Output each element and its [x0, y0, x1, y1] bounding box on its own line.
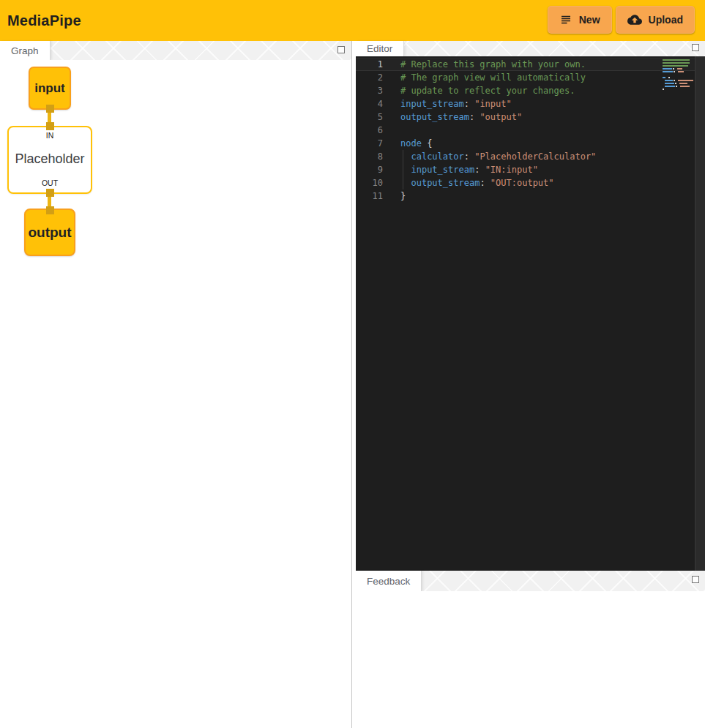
code-line[interactable]: 11} — [356, 189, 695, 203]
code-line[interactable]: 5output_stream: "output" — [356, 110, 695, 124]
graph-node-output-label: output — [28, 225, 71, 241]
graph-node-input[interactable]: input — [29, 67, 71, 110]
graph-panel: Graph input IN Placeholder OUT output — [0, 41, 351, 728]
graph-node-output[interactable]: output — [24, 209, 75, 256]
header-buttons: New Upload — [548, 6, 695, 34]
code-line[interactable]: 9 input_stream: "IN:input" — [356, 163, 695, 176]
graph-tabbar: Graph — [0, 41, 351, 60]
code-line[interactable]: 8 calculator: "PlaceholderCalculator" — [356, 150, 695, 163]
code-line[interactable]: 7node { — [356, 137, 695, 150]
editor-maximize-icon[interactable] — [692, 44, 699, 51]
tab-graph[interactable]: Graph — [0, 41, 51, 60]
upload-button-label: Upload — [649, 14, 683, 26]
graph-node-placeholder-label: Placeholder — [15, 151, 84, 167]
editor-tabbar: Editor — [356, 41, 705, 56]
code-line[interactable]: 3# update to reflect your changes. — [356, 84, 695, 97]
graph-canvas[interactable]: input IN Placeholder OUT output — [0, 60, 351, 728]
placeholder-in-port-label: IN — [46, 131, 54, 140]
placeholder-out-port-label: OUT — [42, 179, 58, 187]
code-line[interactable]: 10 output_stream: "OUT:output" — [356, 176, 695, 189]
port-input-out — [46, 105, 54, 113]
editor-panel: Editor 1# Replace this graph with your o… — [356, 41, 705, 571]
upload-button[interactable]: Upload — [616, 6, 695, 34]
tab-editor[interactable]: Editor — [356, 41, 404, 56]
graph-node-placeholder[interactable]: IN Placeholder OUT — [7, 126, 92, 194]
tab-feedback[interactable]: Feedback — [356, 571, 422, 591]
code-line[interactable]: 6 — [356, 124, 695, 137]
cloud-upload-icon — [627, 12, 642, 27]
feedback-panel: Feedback — [356, 571, 705, 728]
feedback-maximize-icon[interactable] — [692, 576, 699, 583]
graph-node-input-label: input — [34, 81, 65, 96]
app-title: MediaPipe — [7, 0, 81, 41]
port-placeholder-in — [46, 122, 54, 130]
port-output-in — [46, 206, 54, 214]
port-placeholder-out — [46, 189, 54, 197]
editor-code-lines[interactable]: 1# Replace this graph with your own.2# T… — [356, 56, 695, 571]
code-line[interactable]: 2# The graph view will automatically — [356, 71, 695, 84]
feedback-content — [356, 591, 705, 728]
editor-scrollbar[interactable] — [695, 56, 705, 571]
code-line[interactable]: 4input_stream: "input" — [356, 97, 695, 110]
tab-feedback-label: Feedback — [367, 576, 410, 587]
mediapipe-visualizer: MediaPipe New Upload Graph — [0, 0, 705, 728]
new-button-label: New — [579, 14, 600, 26]
editor-minimap[interactable] — [663, 59, 693, 91]
tab-graph-label: Graph — [11, 45, 39, 56]
code-editor[interactable]: 1# Replace this graph with your own.2# T… — [356, 56, 705, 571]
new-button[interactable]: New — [548, 6, 612, 34]
app-header: MediaPipe New Upload — [0, 0, 705, 41]
feedback-tabbar: Feedback — [356, 571, 705, 591]
tab-editor-label: Editor — [367, 43, 392, 54]
code-line[interactable]: 1# Replace this graph with your own. — [356, 58, 695, 71]
graph-maximize-icon[interactable] — [337, 46, 345, 53]
subject-icon — [559, 13, 572, 26]
